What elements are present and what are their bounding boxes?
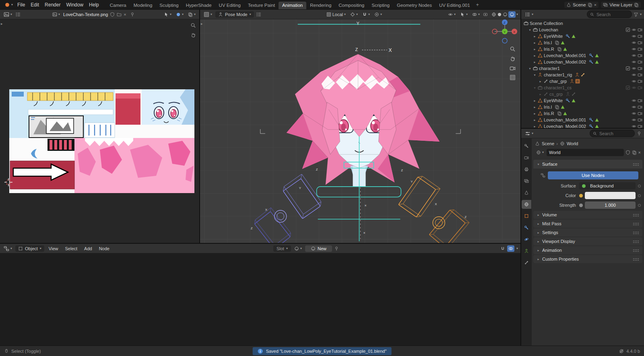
mesh-data-icon[interactable]	[571, 98, 576, 103]
xray-toggle-icon[interactable]	[483, 12, 488, 17]
menu-file[interactable]: File	[15, 1, 27, 8]
view-layer-selector[interactable]: View Layer	[601, 2, 641, 8]
blender-menu-button[interactable]: ▾	[3, 1, 14, 8]
disable-render-camera-icon[interactable]	[638, 66, 642, 71]
mesh-data-icon[interactable]	[594, 60, 599, 64]
hide-viewport-eye-icon[interactable]	[632, 85, 636, 90]
gizmo-x-axis[interactable]: X	[513, 30, 516, 34]
pose-icon[interactable]	[566, 92, 570, 97]
expand-icon[interactable]: ▸	[539, 93, 542, 96]
scene-selector[interactable]: Scene ×	[564, 2, 599, 8]
modifier-wrench-icon[interactable]	[589, 60, 594, 64]
new-material-button[interactable]: New	[305, 245, 332, 252]
world-name-field[interactable]	[547, 149, 624, 156]
pin-icon[interactable]	[130, 12, 135, 17]
panel-grip-icon[interactable]	[633, 222, 639, 225]
tool-tab[interactable]	[522, 142, 531, 150]
menu-window[interactable]: Window	[64, 1, 86, 8]
pin-icon[interactable]	[334, 246, 339, 251]
menu-render[interactable]: Render	[42, 1, 63, 8]
disable-render-camera-icon[interactable]	[638, 105, 642, 109]
browse-world-button[interactable]: ▾	[535, 149, 545, 156]
surface-shader-dropdown[interactable]: Background	[579, 182, 636, 189]
decorator-icon[interactable]	[638, 204, 641, 207]
scene-tab[interactable]	[522, 188, 531, 197]
uv-2d-cursor[interactable]	[4, 178, 13, 187]
hide-viewport-eye-icon[interactable]	[632, 105, 636, 109]
settings-panel[interactable]: ▸ Settings	[533, 228, 642, 237]
empty-axes-left[interactable]	[260, 129, 265, 134]
mesh-data-icon[interactable]	[594, 117, 599, 122]
tab-uv-editing-001[interactable]: UV Editing.001	[436, 2, 474, 9]
disable-render-camera-icon[interactable]	[638, 40, 642, 45]
disable-render-camera-icon[interactable]	[638, 111, 642, 116]
outliner-row-character1-rig[interactable]: ▾ character1_rig	[521, 72, 644, 78]
view-layer-tab[interactable]	[522, 177, 531, 185]
pose-icon[interactable]	[575, 72, 580, 77]
material-slot-dropdown[interactable]: Slot ▾	[273, 245, 291, 252]
world-tab[interactable]	[522, 200, 531, 209]
volume-panel[interactable]: ▸ Volume	[533, 211, 642, 219]
proportional-editing-dropdown[interactable]: ▾	[373, 11, 383, 18]
outliner-row-char-grp[interactable]: ▸ char_grp	[521, 78, 644, 84]
browse-material-button[interactable]: ▾	[293, 245, 303, 252]
outliner-row-lovechan-model-001[interactable]: ▸ Lovechan_Model.001	[521, 52, 644, 59]
duplicate-datablock-icon[interactable]	[632, 150, 637, 155]
outliner-row-iris-l[interactable]: ▸ Iris.l	[521, 39, 644, 46]
properties-search[interactable]	[590, 130, 635, 137]
modifier-wrench-icon[interactable]	[589, 117, 594, 122]
custom-properties-panel[interactable]: ▸ Custom Properties	[533, 255, 642, 263]
viewport-navigation-gizmo[interactable]: Z X Y	[492, 19, 517, 43]
save-notification[interactable]: Saved "Love-chan_LowPoly_EyeTutorial_Exa…	[253, 347, 392, 355]
armature-bone-left-lower[interactable]	[253, 208, 292, 243]
bone-data-icon[interactable]	[571, 92, 576, 97]
uv-overlays-button[interactable]: ▾	[175, 11, 185, 18]
breadcrumb-world[interactable]: World	[567, 141, 578, 146]
editor-type-button[interactable]: ▾	[524, 11, 535, 18]
expand-icon[interactable]: ▸	[533, 35, 537, 38]
disable-render-camera-icon[interactable]	[638, 79, 642, 84]
hide-viewport-eye-icon[interactable]	[632, 40, 636, 45]
modifier-wrench-icon[interactable]	[566, 34, 570, 39]
editor-type-button[interactable]: ▾	[524, 130, 535, 137]
unlink-scene-icon[interactable]: ×	[594, 2, 597, 7]
modifier-wrench-icon[interactable]	[589, 124, 594, 128]
object-data-tab[interactable]	[522, 247, 531, 255]
decorator-icon[interactable]	[638, 185, 641, 187]
mesh-data-icon[interactable]	[594, 124, 599, 128]
tab-modeling[interactable]: Modeling	[130, 2, 156, 9]
shader-type-dropdown[interactable]: Object ▾	[15, 245, 44, 252]
zoom-icon[interactable]	[190, 23, 196, 28]
mesh-data-icon[interactable]	[560, 105, 565, 109]
shading-solid-icon[interactable]	[497, 12, 502, 17]
object-tab[interactable]	[522, 212, 531, 220]
snap-magnet-icon[interactable]	[500, 246, 505, 251]
panel-grip-icon[interactable]	[633, 249, 639, 252]
character-mesh[interactable]	[287, 54, 440, 187]
expand-icon[interactable]: ▸	[533, 125, 537, 128]
decorator-icon[interactable]	[638, 194, 641, 197]
panel-grip-icon[interactable]	[633, 163, 639, 166]
output-tab[interactable]	[522, 165, 531, 174]
use-nodes-button[interactable]: Use Nodes	[548, 171, 638, 179]
tab-geometry-nodes[interactable]: Geometry Nodes	[393, 2, 436, 9]
vertex-group-icon[interactable]	[555, 40, 559, 45]
outliner-row-character1[interactable]: ▾ character1	[521, 65, 644, 72]
expand-icon[interactable]: ▸	[533, 99, 537, 103]
expand-icon[interactable]: ▸	[533, 47, 537, 51]
collapse-icon[interactable]: ▾	[533, 86, 537, 90]
uv-canvas[interactable]: ▸	[0, 19, 199, 243]
gizmo-y-axis[interactable]: Y	[504, 30, 506, 34]
expand-icon[interactable]: ▸	[533, 60, 537, 64]
editor-type-button[interactable]: ▾	[2, 245, 13, 252]
menu-select[interactable]: Select	[62, 245, 80, 252]
outliner-row-character1-cs[interactable]: ▾ character1_cs	[521, 84, 644, 91]
unlink-world-icon[interactable]: ×	[638, 150, 641, 155]
disable-render-camera-icon[interactable]	[638, 72, 642, 77]
collapse-icon[interactable]: ▾	[533, 73, 537, 77]
panel-grip-icon[interactable]	[633, 214, 639, 216]
modifier-tab[interactable]	[522, 223, 531, 232]
vertex-group-icon[interactable]	[557, 111, 562, 116]
gizmo-minus-z-axis[interactable]	[502, 38, 507, 43]
filter-funnel-icon[interactable]	[634, 12, 638, 17]
